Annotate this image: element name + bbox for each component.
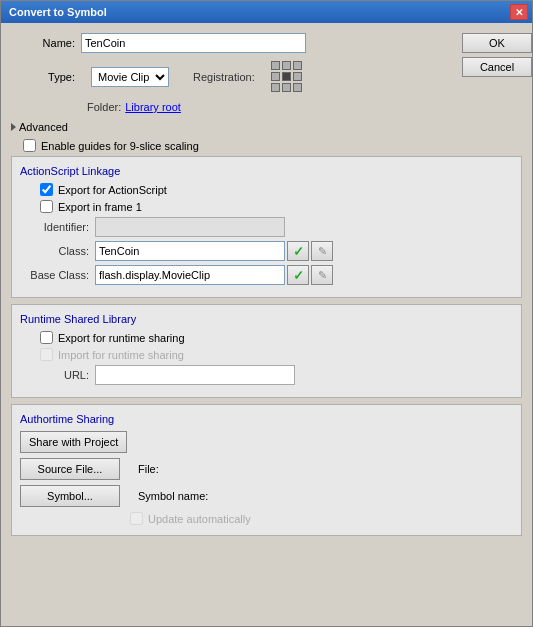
advanced-triangle-icon	[11, 123, 16, 131]
reg-dot-bl[interactable]	[271, 83, 280, 92]
export-runtime-row: Export for runtime sharing	[20, 331, 513, 344]
name-input[interactable]	[81, 33, 306, 53]
file-label: File:	[138, 463, 159, 475]
export-as-checkbox[interactable]	[40, 183, 53, 196]
base-class-label: Base Class:	[20, 269, 95, 281]
symbol-name-label: Symbol name:	[138, 490, 208, 502]
class-pencil-icon: ✎	[318, 245, 327, 258]
import-runtime-checkbox[interactable]	[40, 348, 53, 361]
update-auto-row: Update automatically	[130, 512, 513, 525]
reg-dot-tr[interactable]	[293, 61, 302, 70]
symbol-row: Symbol... Symbol name:	[20, 485, 513, 507]
identifier-label: Identifier:	[20, 221, 95, 233]
authortime-section: Authortime Sharing Share with Project So…	[11, 404, 522, 536]
dialog-content: Name: OK Cancel Type: Movie Clip Button …	[1, 23, 532, 626]
name-label: Name:	[11, 37, 81, 49]
folder-label: Folder:	[87, 101, 121, 113]
base-class-pencil-button[interactable]: ✎	[311, 265, 333, 285]
reg-dot-bc[interactable]	[282, 83, 291, 92]
reg-dot-mr[interactable]	[293, 72, 302, 81]
registration-label: Registration:	[193, 71, 255, 83]
advanced-section: Advanced Enable guides for 9-slice scali…	[11, 121, 522, 542]
base-class-checkmark-icon: ✓	[293, 268, 304, 283]
update-auto-label: Update automatically	[148, 513, 251, 525]
identifier-input[interactable]	[95, 217, 285, 237]
reg-dot-tc[interactable]	[282, 61, 291, 70]
class-row: Class: ✓ ✎	[20, 241, 513, 261]
ok-button[interactable]: OK	[462, 33, 532, 53]
import-runtime-row: Import for runtime sharing	[20, 348, 513, 361]
url-row: URL:	[20, 365, 513, 385]
title-bar: Convert to Symbol ✕	[1, 1, 532, 23]
actionscript-title: ActionScript Linkage	[20, 165, 513, 177]
close-button[interactable]: ✕	[510, 4, 528, 20]
base-class-check-button[interactable]: ✓	[287, 265, 309, 285]
advanced-label: Advanced	[19, 121, 68, 133]
update-auto-checkbox[interactable]	[130, 512, 143, 525]
type-select[interactable]: Movie Clip Button Graphic	[91, 67, 169, 87]
base-class-input[interactable]	[95, 265, 285, 285]
guides-checkbox[interactable]	[23, 139, 36, 152]
class-label: Class:	[20, 245, 95, 257]
guides-row: Enable guides for 9-slice scaling	[23, 139, 522, 152]
export-frame-checkbox[interactable]	[40, 200, 53, 213]
base-class-row: Base Class: ✓ ✎	[20, 265, 513, 285]
base-class-pencil-icon: ✎	[318, 269, 327, 282]
url-input[interactable]	[95, 365, 295, 385]
export-runtime-label: Export for runtime sharing	[58, 332, 185, 344]
export-runtime-checkbox[interactable]	[40, 331, 53, 344]
advanced-toggle[interactable]: Advanced	[11, 121, 522, 133]
reg-dot-tl[interactable]	[271, 61, 280, 70]
name-row: Name: OK Cancel	[11, 33, 522, 53]
type-row: Type: Movie Clip Button Graphic Registra…	[11, 61, 522, 93]
folder-value[interactable]: Library root	[125, 101, 181, 113]
url-label: URL:	[20, 369, 95, 381]
class-check-button[interactable]: ✓	[287, 241, 309, 261]
share-project-button[interactable]: Share with Project	[20, 431, 127, 453]
runtime-title: Runtime Shared Library	[20, 313, 513, 325]
export-frame-label: Export in frame 1	[58, 201, 142, 213]
window-title: Convert to Symbol	[9, 6, 107, 18]
reg-dot-br[interactable]	[293, 83, 302, 92]
cancel-button[interactable]: Cancel	[462, 57, 532, 77]
export-frame-row: Export in frame 1	[20, 200, 513, 213]
convert-to-symbol-dialog: Convert to Symbol ✕ Name: OK Cancel Type…	[0, 0, 533, 627]
folder-row: Folder: Library root	[87, 101, 522, 113]
identifier-row: Identifier:	[20, 217, 513, 237]
registration-grid[interactable]	[271, 61, 303, 93]
class-input[interactable]	[95, 241, 285, 261]
class-checkmark-icon: ✓	[293, 244, 304, 259]
actionscript-section: ActionScript Linkage Export for ActionSc…	[11, 156, 522, 298]
reg-dot-mc[interactable]	[282, 72, 291, 81]
type-label: Type:	[11, 71, 81, 83]
symbol-button[interactable]: Symbol...	[20, 485, 120, 507]
source-file-button[interactable]: Source File...	[20, 458, 120, 480]
guides-label: Enable guides for 9-slice scaling	[41, 140, 199, 152]
authortime-title: Authortime Sharing	[20, 413, 513, 425]
import-runtime-label: Import for runtime sharing	[58, 349, 184, 361]
reg-dot-ml[interactable]	[271, 72, 280, 81]
source-file-row: Source File... File:	[20, 458, 513, 480]
share-project-row: Share with Project	[20, 431, 513, 453]
runtime-section: Runtime Shared Library Export for runtim…	[11, 304, 522, 398]
class-pencil-button[interactable]: ✎	[311, 241, 333, 261]
export-as-row: Export for ActionScript	[20, 183, 513, 196]
export-as-label: Export for ActionScript	[58, 184, 167, 196]
